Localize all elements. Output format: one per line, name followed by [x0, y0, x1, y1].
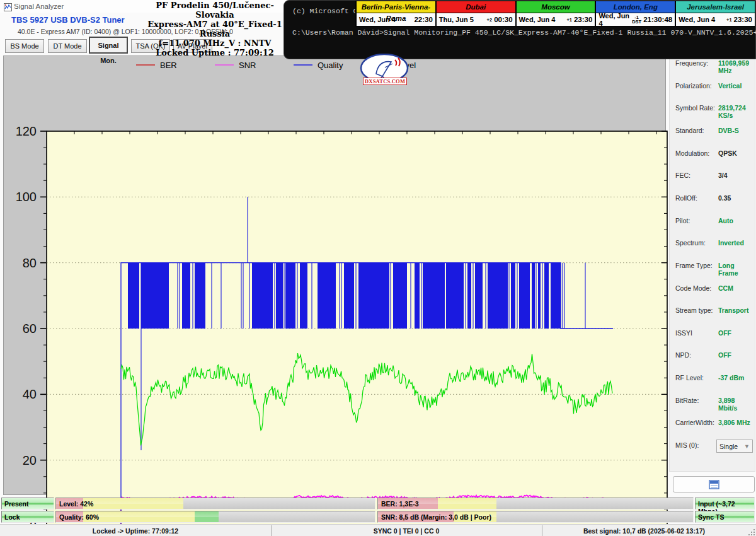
parameter-value: CCM — [718, 284, 733, 292]
parameter-label: MIS (0): — [675, 441, 699, 449]
quality-drop-block — [538, 263, 541, 329]
signal-chart-panel: BER SNR Quality Level 120100806040200 — [3, 55, 666, 495]
quality-drop-block — [446, 263, 464, 329]
ber-gauge: BER: 1,3E-3 — [377, 498, 694, 510]
clock: London, Eng Wed, Jun 4 -1DST 21:30:48 — [595, 1, 675, 26]
quality-drop-block — [128, 263, 139, 329]
clock-time: 21:30:48 — [643, 16, 672, 23]
level-gauge: Level: 42% — [55, 498, 375, 510]
parameter-value: 3,806 MHz — [718, 419, 750, 426]
legend-item: BER — [136, 59, 177, 71]
mis-dropdown[interactable]: Single ▼ — [716, 440, 753, 453]
console-copyright-line: (c) Microsoft Co — [292, 7, 362, 15]
sync-ts-indicator: Sync TS — [695, 511, 755, 523]
quality-drop-block — [141, 263, 169, 329]
clock-date: Wed, Jun 4 — [519, 16, 567, 23]
parameter-value: -37 dBm — [718, 374, 744, 382]
app-icon — [4, 3, 12, 11]
tab-dt-mode[interactable]: DT Mode — [48, 39, 87, 53]
legend-label: BER — [160, 61, 177, 70]
tuner-name: TBS 5927 USB DVB-S2 Tuner — [11, 15, 125, 25]
clock-utc-offset: +2 — [487, 18, 493, 22]
legend-line-swatch — [215, 64, 234, 66]
y-axis-label: 20 — [4, 453, 37, 468]
gauge-fill-zone — [83, 498, 183, 509]
parameter-row: NPD: OFF — [670, 349, 755, 362]
screen: { "window": { "title": "Signal Analyzer"… — [0, 0, 756, 536]
statusbar-best-signal: Best signal: 10,7 dB (2025-06-02 13:17) — [542, 525, 747, 536]
quality-drop-block — [467, 263, 471, 329]
y-axis-label: 60 — [4, 322, 37, 336]
parameter-value: 3,898 Mbit/s — [718, 397, 755, 412]
clock-date: Thu, Jun 5 — [439, 16, 487, 23]
present-indicator: Present — [1, 498, 54, 510]
parameter-row: Standard: DVB-S — [670, 125, 755, 137]
clock-city: Moscow — [517, 1, 595, 13]
monitoring-header: PF Prodelin 450/Lučenec-Slovakia Express… — [145, 1, 285, 57]
clock-date: Wed, Jun 4 — [679, 16, 726, 23]
statusbar-uptime: Locked -> Uptime: 77:09:12 — [0, 525, 271, 536]
parameter-value: 0.35 — [718, 194, 731, 202]
ts-capture-icon — [709, 480, 719, 489]
gauge-fill-zone — [438, 498, 496, 509]
parameter-row: BitRate: 3,898 Mbit/s — [670, 395, 755, 407]
quality-drop-block — [488, 263, 508, 329]
resize-grip[interactable] — [748, 527, 755, 536]
parameter-row: Frame Type: Long Frame — [670, 260, 755, 272]
parameter-value: 3/4 — [718, 172, 728, 179]
quality-drop-block — [182, 263, 190, 329]
parameter-label: Stream type: — [675, 306, 713, 314]
clock: Dubai Thu, Jun 5 +2 00:30 — [435, 1, 516, 26]
logo-text: DXSATCS.COM — [363, 78, 407, 85]
parameter-label: ISSYI — [675, 329, 692, 337]
quality-drop-block — [519, 263, 530, 329]
parameter-value: DVB-S — [718, 127, 739, 134]
parameter-label: Frame Type: — [675, 262, 713, 269]
tab-bs-mode[interactable]: BS Mode — [5, 39, 44, 53]
legend-item: Quality — [294, 59, 343, 71]
clock-date: Wed, Jun 4 — [598, 12, 632, 27]
parameter-value: Auto — [718, 217, 733, 224]
parameter-label: Code Mode: — [675, 284, 711, 292]
quality-drop-block — [544, 263, 549, 329]
parameter-row: ISSYI OFF — [670, 327, 755, 340]
y-axis-label: 80 — [4, 256, 37, 271]
legend-line-swatch — [294, 64, 312, 66]
parameter-label: FEC: — [675, 172, 690, 179]
quality-gauge: Quality: 60% — [55, 511, 375, 523]
parameter-value: QPSK — [718, 149, 737, 157]
parameter-row: Code Mode: CCM — [670, 283, 755, 295]
gauge-fill-zone — [83, 511, 195, 522]
quality-drop-block — [276, 263, 283, 329]
quality-drop-block — [551, 263, 561, 329]
window-title: Signal Analyzer — [14, 3, 64, 10]
clock-city: Dubai — [437, 1, 515, 13]
quality-drop-block — [511, 263, 515, 329]
clock: Moscow Wed, Jun 4 +1 23:30 — [515, 1, 596, 26]
header-line-frequency: f=11 070 MHz_V : NNTV — [145, 38, 285, 48]
quality-drop-block — [358, 263, 389, 329]
signal-parameters-panel: Frequency: 11069,959 MHz Polarization: V… — [669, 55, 755, 472]
quality-drop-block — [475, 263, 483, 329]
console-command-line: C:\Users\Roman Dávid>Signal Monitoring_P… — [292, 28, 756, 37]
world-clocks: Berlin-Paris-Vienna-Roma Wed, Jun 4 22:3… — [356, 1, 755, 26]
ts-capture-button[interactable] — [673, 476, 755, 492]
clock: Berlin-Paris-Vienna-Roma Wed, Jun 4 22:3… — [355, 1, 436, 26]
legend-item: SNR — [215, 59, 256, 71]
snr-gauge: SNR: 8,5 dB (Margin: 3,0 dB | Poor) — [377, 511, 694, 523]
parameter-label: Standard: — [675, 127, 704, 134]
clock-time: 22:30 — [414, 16, 432, 23]
legend-label: SNR — [239, 61, 256, 70]
dxsatcs-logo: DXSATCS.COM — [358, 54, 410, 88]
tab-signal-mon-[interactable]: Signal Mon. — [89, 37, 128, 54]
clock-utc-offset: +1 — [566, 18, 572, 22]
parameter-row: CarrierWidth: 3,806 MHz — [670, 417, 755, 429]
parameter-row: RF Level: -37 dBm — [670, 372, 755, 385]
parameter-label: NPD: — [675, 351, 691, 359]
gauge-fill-zone — [195, 511, 219, 522]
parameter-label: RF Level: — [675, 374, 704, 382]
parameter-value: Long Frame — [718, 262, 755, 277]
quality-drop-block — [252, 263, 273, 329]
clock-time: 00:30 — [494, 16, 512, 23]
parameter-row: Modulation: QPSK — [670, 148, 755, 160]
